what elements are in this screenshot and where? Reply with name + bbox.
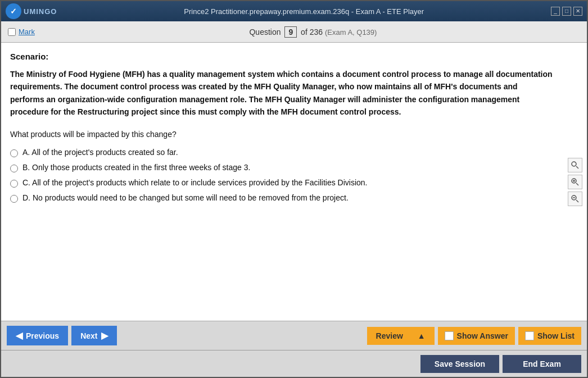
zoom-out-button[interactable] xyxy=(568,192,582,206)
svg-point-0 xyxy=(572,162,576,166)
review-button[interactable]: Review ▲ xyxy=(367,327,435,345)
option-b-text: B. Only those products created in the fi… xyxy=(22,163,250,172)
main-window: ✓ UMINGO Prince2 Practitioner.prepaway.p… xyxy=(0,0,588,378)
logo-icon: ✓ xyxy=(6,3,21,19)
content-area: Scenario: The Ministry of Food Hygiene (… xyxy=(1,43,587,321)
maximize-button[interactable]: □ xyxy=(562,7,571,16)
question-number: 9 xyxy=(284,26,297,38)
minimize-button[interactable]: _ xyxy=(551,7,560,16)
save-session-button[interactable]: Save Session xyxy=(420,355,499,373)
search-button[interactable] xyxy=(568,158,582,172)
next-label: Next xyxy=(80,331,97,340)
scenario-label: Scenario: xyxy=(10,52,553,61)
question-total: of 236 xyxy=(301,28,323,37)
question-text: What products will be impacted by this c… xyxy=(10,130,553,139)
option-c: C. All of the project's products which r… xyxy=(10,178,553,188)
toolbar: Mark Question 9 of 236 (Exam A, Q139) xyxy=(1,21,587,43)
show-list-checkbox xyxy=(525,331,534,340)
question-label: Question xyxy=(249,28,281,37)
svg-line-7 xyxy=(576,200,578,202)
option-b: B. Only those products created in the fi… xyxy=(10,163,553,172)
review-arrow-icon: ▲ xyxy=(418,331,426,340)
question-content: Scenario: The Ministry of Food Hygiene (… xyxy=(10,52,576,312)
close-button[interactable]: ✕ xyxy=(573,7,582,16)
next-button[interactable]: Next ▶ xyxy=(71,326,116,345)
show-list-button[interactable]: Show List xyxy=(518,327,581,345)
question-info: Question 9 of 236 (Exam A, Q139) xyxy=(46,26,580,38)
window-controls: _ □ ✕ xyxy=(551,7,582,16)
option-a-text: A. All of the project's products created… xyxy=(22,148,178,157)
option-c-text: C. All of the project's products which r… xyxy=(22,178,368,187)
zoom-controls xyxy=(568,158,582,206)
radio-a[interactable] xyxy=(10,149,18,157)
options-list: A. All of the project's products created… xyxy=(10,148,553,203)
radio-c[interactable] xyxy=(10,180,18,188)
zoom-in-button[interactable] xyxy=(568,175,582,189)
mark-container: Mark xyxy=(8,28,35,36)
previous-button[interactable]: ◀ Previous xyxy=(7,326,68,345)
option-d: D. No products would need to be changed … xyxy=(10,193,553,203)
exam-info: (Exam A, Q139) xyxy=(325,28,377,37)
scenario-text: The Ministry of Food Hygiene (MFH) has a… xyxy=(10,68,553,119)
show-answer-button[interactable]: Show Answer xyxy=(438,327,515,345)
show-answer-label: Show Answer xyxy=(457,331,508,340)
title-bar-left: ✓ UMINGO xyxy=(6,3,57,19)
end-exam-button[interactable]: End Exam xyxy=(503,355,581,373)
option-d-text: D. No products would need to be changed … xyxy=(22,193,349,202)
action-bar: Save Session End Exam xyxy=(1,350,587,377)
mark-label[interactable]: Mark xyxy=(19,28,35,36)
title-bar: ✓ UMINGO Prince2 Practitioner.prepaway.p… xyxy=(1,1,587,21)
mark-checkbox[interactable] xyxy=(8,28,16,36)
previous-label: Previous xyxy=(26,331,59,340)
logo: ✓ UMINGO xyxy=(6,3,57,19)
nav-bar: ◀ Previous Next ▶ Review ▲ Show Answer S… xyxy=(1,321,587,350)
review-label: Review xyxy=(376,331,403,340)
logo-text: UMINGO xyxy=(24,7,57,16)
show-answer-checkbox xyxy=(445,331,454,340)
prev-arrow-icon: ◀ xyxy=(16,330,22,341)
svg-line-1 xyxy=(576,166,578,168)
radio-d[interactable] xyxy=(10,195,18,203)
radio-b[interactable] xyxy=(10,165,18,172)
svg-line-3 xyxy=(576,183,578,185)
window-title: Prince2 Practitioner.prepaway.premium.ex… xyxy=(57,7,551,16)
next-arrow-icon: ▶ xyxy=(101,330,108,341)
show-list-label: Show List xyxy=(537,331,575,340)
option-a: A. All of the project's products created… xyxy=(10,148,553,157)
